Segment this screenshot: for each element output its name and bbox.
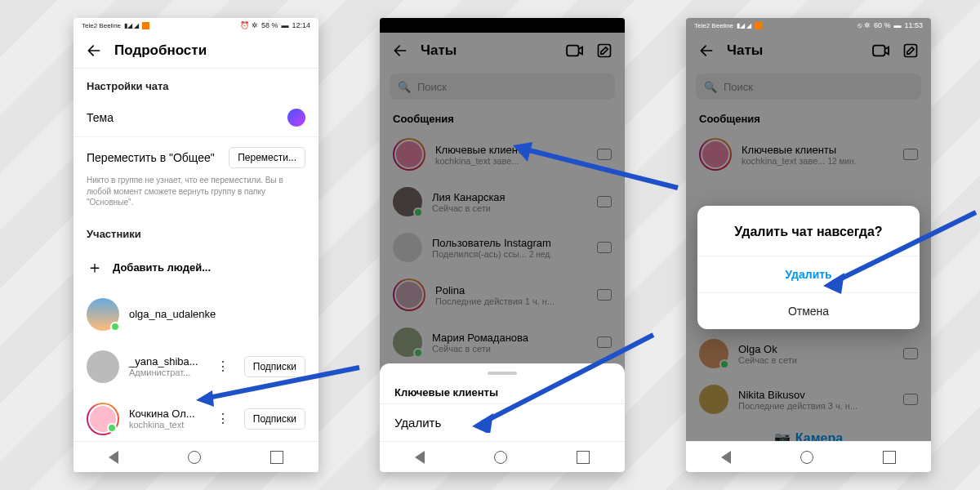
page-title: Чаты (421, 42, 555, 59)
member-row[interactable]: _yana_shiba...Администрат... ⋮ Подписки (74, 341, 318, 393)
avatar (393, 233, 422, 262)
phone-details: Tele2 Beeline▮◢ ◢ ⏰ ✲58 %▬12:14 Подробно… (74, 18, 318, 472)
move-label: Переместить в "Общее" (87, 151, 219, 164)
svg-rect-0 (567, 46, 578, 56)
chat-item[interactable]: Мария РомадановаСейчас в сети (380, 319, 625, 365)
page-title: Чаты (727, 42, 861, 59)
subscribe-button[interactable]: Подписки (244, 408, 305, 430)
phone-chats-dialog: Tele2 Beeline▮◢ ◢ ⎋ ✲60 %▬11:53 Чаты 🔍По… (686, 18, 931, 472)
header: Подробности (74, 33, 318, 69)
camera-icon[interactable] (597, 149, 612, 160)
chat-item[interactable]: Ключевые клиентыkochkina_text заве... 12… (686, 130, 931, 179)
sheet-title: Ключевые клиенты (380, 381, 625, 403)
move-row: Переместить в "Общее" Перемести... (74, 137, 318, 172)
avatar (393, 138, 425, 171)
camera-icon[interactable] (903, 394, 918, 405)
camera-icon[interactable] (597, 242, 612, 253)
avatar (699, 385, 728, 414)
page-title: Подробности (114, 42, 307, 59)
delete-dialog: Удалить чат навсегда? Удалить Отмена (697, 206, 920, 329)
members-section-label: Участники (74, 216, 318, 247)
add-people-row[interactable]: ＋ Добавить людей... (74, 247, 318, 288)
chat-item[interactable]: Olga OkСейчас в сети (686, 331, 931, 376)
move-hint: Никто в группе не узнает, что ее перемес… (74, 172, 318, 216)
story-ring-icon (87, 403, 119, 435)
plus-icon: ＋ (87, 256, 103, 278)
video-icon[interactable] (872, 42, 890, 60)
member-name: _yana_shiba... (129, 355, 202, 368)
messages-section-label: Сообщения (380, 105, 625, 130)
search-icon: 🔍 (704, 81, 717, 93)
camera-icon[interactable] (597, 336, 612, 348)
back-icon[interactable] (391, 42, 409, 60)
compose-icon[interactable] (595, 42, 613, 60)
dialog-cancel-button[interactable]: Отмена (697, 292, 920, 329)
status-bar (380, 18, 625, 33)
nav-recent-icon[interactable] (270, 451, 283, 464)
member-row[interactable]: Кочкина Ол...kochkina_text ⋮ Подписки (74, 393, 318, 445)
status-bar: Tele2 Beeline▮◢ ◢ ⏰ ✲58 %▬12:14 (74, 18, 318, 33)
more-icon[interactable]: ⋮ (212, 359, 234, 374)
more-icon[interactable]: ⋮ (212, 411, 234, 426)
bottom-sheet: Ключевые клиенты Удалить (380, 363, 625, 441)
nav-home-icon[interactable] (494, 451, 507, 464)
camera-icon[interactable] (903, 149, 918, 160)
search-icon: 🔍 (398, 81, 411, 93)
camera-icon[interactable] (903, 348, 918, 359)
back-icon[interactable] (697, 42, 715, 60)
avatar (393, 278, 425, 311)
svg-rect-1 (599, 45, 611, 57)
carrier: Tele2 Beeline (82, 22, 121, 29)
member-sub: Администрат... (129, 368, 202, 377)
nav-recent-icon[interactable] (883, 451, 896, 464)
member-sub: kochkina_text (129, 420, 202, 430)
move-button[interactable]: Перемести... (229, 147, 305, 168)
avatar (699, 339, 728, 368)
theme-label: Тема (87, 111, 278, 124)
avatar (699, 138, 732, 171)
svg-rect-2 (873, 46, 884, 56)
chat-item[interactable]: Nikita BikusovПоследние действия 3 ч. н.… (686, 376, 931, 422)
sheet-handle[interactable] (488, 372, 517, 375)
settings-section-label: Настройки чата (74, 69, 318, 99)
chat-item[interactable]: PolinaПоследние действия 1 ч. н... (380, 270, 625, 319)
android-navbar (686, 441, 931, 472)
member-row[interactable]: olga_na_udalenke (74, 288, 318, 341)
theme-row[interactable]: Тема (74, 99, 318, 137)
nav-back-icon[interactable] (415, 451, 425, 464)
camera-icon[interactable] (597, 196, 612, 207)
delete-option[interactable]: Удалить (380, 403, 625, 441)
chat-item[interactable]: Ключевые клиентыkochkina_text заве... (380, 130, 625, 179)
video-icon[interactable] (566, 42, 584, 60)
search-input[interactable]: 🔍Поиск (390, 74, 615, 100)
search-input[interactable]: 🔍Поиск (696, 74, 921, 100)
avatar (87, 350, 119, 383)
chat-item[interactable]: Пользователь InstagramПоделился(-ась) сс… (380, 225, 625, 270)
camera-icon[interactable] (597, 289, 612, 301)
android-navbar (380, 441, 625, 472)
avatar (393, 187, 422, 216)
nav-back-icon[interactable] (109, 451, 118, 464)
member-name: Кочкина Ол... (129, 408, 202, 420)
avatar (87, 298, 119, 331)
nav-recent-icon[interactable] (577, 451, 590, 464)
avatar (393, 327, 422, 357)
header: Чаты (686, 33, 931, 69)
nav-home-icon[interactable] (800, 451, 813, 464)
subscribe-button[interactable]: Подписки (244, 356, 305, 377)
compose-icon[interactable] (902, 42, 920, 60)
back-icon[interactable] (85, 42, 103, 60)
nav-home-icon[interactable] (188, 451, 201, 464)
phone-chats-sheet: Чаты 🔍Поиск Сообщения Ключевые клиентыko… (380, 18, 625, 472)
add-people-label: Добавить людей... (113, 261, 305, 274)
chat-item[interactable]: Лия КанарскаяСейчас в сети (380, 179, 625, 225)
header: Чаты (380, 33, 625, 69)
dialog-delete-button[interactable]: Удалить (697, 256, 920, 292)
theme-color-icon (287, 109, 305, 127)
member-name: olga_na_udalenke (129, 308, 305, 320)
nav-back-icon[interactable] (721, 451, 731, 464)
dialog-title: Удалить чат навсегда? (697, 206, 920, 256)
search-placeholder: Поиск (724, 81, 753, 93)
messages-section-label: Сообщения (686, 105, 931, 130)
status-bar: Tele2 Beeline▮◢ ◢ ⎋ ✲60 %▬11:53 (686, 18, 931, 33)
